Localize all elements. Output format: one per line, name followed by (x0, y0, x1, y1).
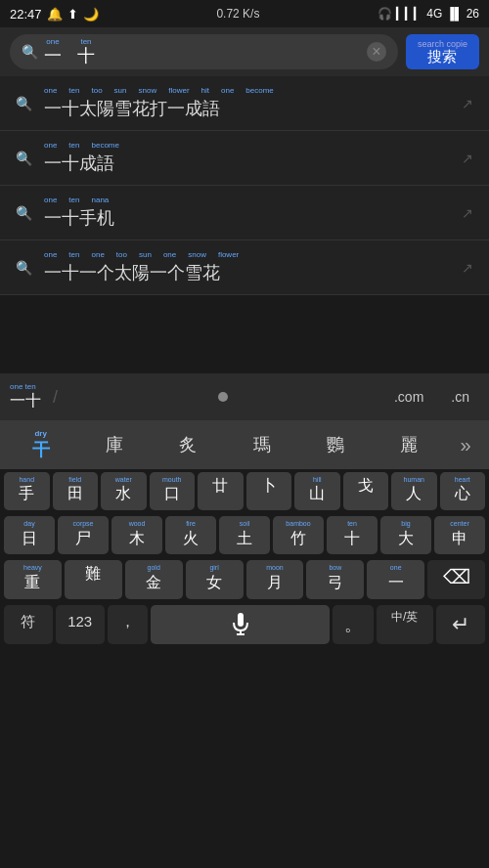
language-switch-key[interactable]: 中/英 (377, 605, 433, 644)
moon-icon: 🌙 (83, 7, 99, 22)
suggestion-item[interactable]: 🔍 onetennana 一十手机 ↗ (0, 186, 489, 240)
search-button[interactable]: search copie 搜索 (406, 34, 479, 69)
suggestion-search-icon: 🔍 (16, 151, 32, 166)
suggestion-annotations: onetennana (44, 195, 450, 204)
ime-option-cn[interactable]: .cn (451, 389, 469, 405)
time-display: 22:47 (10, 7, 42, 22)
suggestion-arrow: ↗ (462, 260, 473, 276)
delete-key[interactable]: ⌫ (427, 560, 485, 598)
ime-topbar: one ten 一十 / .com .cn (0, 373, 489, 420)
search-char-1: one 一 (44, 38, 62, 67)
key-day[interactable]: day日 (4, 516, 55, 554)
upload-icon: ⬆ (67, 7, 78, 22)
suggestion-item[interactable]: 🔍 onetenonetoosunonesnowflower 一十一个太陽一个雪… (0, 240, 489, 295)
microphone-icon (229, 613, 252, 636)
suggestion-search-icon: 🔍 (16, 205, 32, 221)
key-gold[interactable]: gold金 (125, 560, 183, 598)
suggestion-search-icon: 🔍 (16, 96, 32, 111)
suggestion-annotations: onetentoosunsnowflowerhitonebecome (44, 86, 450, 95)
ime-pinyin: one ten 一十 (10, 382, 41, 412)
key-field[interactable]: field田 (53, 472, 99, 510)
search-input-area[interactable]: 🔍 one 一 ten 十 × (10, 34, 398, 69)
symbol-key[interactable]: 符 (4, 605, 53, 644)
status-left: 22:47 🔔 ⬆ 🌙 (10, 7, 99, 22)
search-char-2: ten 十 (77, 38, 95, 67)
key-bamboo[interactable]: bamboo竹 (273, 516, 324, 554)
key-one[interactable]: one一 (367, 560, 424, 598)
keyboard-row-2: day日 corpse尸 wood木 fire火 soil土 bamboo竹 t… (0, 513, 489, 557)
key-nan[interactable]: 難 (65, 560, 122, 598)
status-bar: 22:47 🔔 ⬆ 🌙 0.72 K/s 🎧 ▎▎▎ 4G ▐▌ 26 (0, 0, 489, 27)
suggestion-arrow: ↗ (462, 205, 473, 221)
ime-option-com[interactable]: .com (394, 389, 423, 405)
search-icon: 🔍 (22, 44, 38, 60)
key-wood[interactable]: wood木 (111, 516, 162, 554)
key-bu[interactable]: 卜 (246, 472, 292, 510)
suggestion-annotations: onetenonetoosunonesnowflower (44, 250, 450, 259)
headphone-icon: 🎧 (378, 7, 392, 21)
key-bow[interactable]: bow弓 (306, 560, 364, 598)
key-heavy[interactable]: heavy重 (4, 560, 62, 598)
battery-display: ▐▌ 26 (446, 7, 479, 21)
candidate-item[interactable]: 庫 (77, 429, 151, 460)
suggestion-content: onetennana 一十手机 (44, 195, 450, 230)
suggestion-item[interactable]: 🔍 onetenbecome 一十成語 ↗ (0, 131, 489, 186)
clear-button[interactable]: × (367, 42, 386, 62)
suggestion-arrow: ↗ (462, 96, 473, 111)
suggestion-arrow: ↗ (462, 151, 473, 166)
suggestion-content: onetentoosunsnowflowerhitonebecome 一十太陽雪… (44, 86, 450, 120)
suggestions-list: 🔍 onetentoosunsnowflowerhitonebecome 一十太… (0, 76, 489, 295)
status-right: 🎧 ▎▎▎ 4G ▐▌ 26 (378, 7, 479, 21)
suggestion-item[interactable]: 🔍 onetentoosunsnowflowerhitonebecome 一十太… (0, 76, 489, 131)
key-mouth[interactable]: mouth口 (150, 472, 196, 510)
candidate-item[interactable]: 麗 (373, 429, 446, 460)
suggestion-content: onetenonetoosunonesnowflower 一十一个太陽一个雪花 (44, 250, 450, 284)
period-key[interactable]: 。 (333, 605, 373, 644)
key-ten[interactable]: ten十 (327, 516, 378, 554)
suggestion-annotations: onetenbecome (44, 141, 450, 150)
key-moon[interactable]: moon月 (246, 560, 304, 598)
candidate-item[interactable]: dry 干 (4, 425, 77, 465)
candidate-item[interactable]: 炙 (152, 429, 225, 460)
enter-key[interactable]: ↵ (436, 605, 485, 644)
key-ge[interactable]: 戈 (343, 472, 389, 510)
key-soil[interactable]: soil土 (219, 516, 270, 554)
candidates-more-button[interactable]: » (446, 434, 485, 456)
key-center[interactable]: center申 (434, 516, 485, 554)
ime-divider: / (53, 387, 58, 408)
network-speed: 0.72 K/s (216, 7, 259, 21)
key-hill[interactable]: hill山 (294, 472, 340, 510)
search-text: one 一 ten 十 (44, 36, 95, 67)
key-corpse[interactable]: corpse尸 (58, 516, 109, 554)
candidate-item[interactable]: 鸚 (298, 429, 372, 460)
suggestion-content: onetenbecome 一十成語 (44, 141, 450, 175)
key-nian[interactable]: 廿 (198, 472, 244, 510)
middle-area (0, 295, 489, 373)
key-heart[interactable]: heart心 (440, 472, 486, 510)
keyboard-bottom-row: 符 123 ， 。 中/英 ↵ (0, 602, 489, 647)
suggestion-search-icon: 🔍 (16, 260, 32, 276)
key-hand[interactable]: hand手 (4, 472, 50, 510)
comma-key[interactable]: ， (108, 605, 148, 644)
signal-icon: ▎▎▎ (396, 7, 422, 21)
notification-icon: 🔔 (47, 7, 63, 22)
key-fire[interactable]: fire火 (165, 516, 216, 554)
key-girl[interactable]: girl女 (186, 560, 244, 598)
keyboard-row-1: hand手 field田 water水 mouth口 廿 卜 hill山 戈 h… (0, 469, 489, 513)
key-water[interactable]: water水 (101, 472, 147, 510)
network-type: 4G (426, 7, 442, 21)
key-big[interactable]: big大 (380, 516, 431, 554)
search-bar: 🔍 one 一 ten 十 × search copie 搜索 (0, 27, 489, 76)
svg-rect-0 (238, 613, 244, 627)
candidate-item[interactable]: 瑪 (225, 429, 298, 460)
keyboard-row-3: heavy重 難 gold金 girl女 moon月 bow弓 one一 ⌫ (0, 557, 489, 601)
space-key[interactable] (151, 605, 330, 644)
key-human[interactable]: human人 (391, 472, 437, 510)
candidates-row: dry 干 庫 炙 瑪 鸚 麗 » (0, 420, 489, 469)
ime-cursor (69, 392, 377, 402)
number-key[interactable]: 123 (56, 605, 105, 644)
